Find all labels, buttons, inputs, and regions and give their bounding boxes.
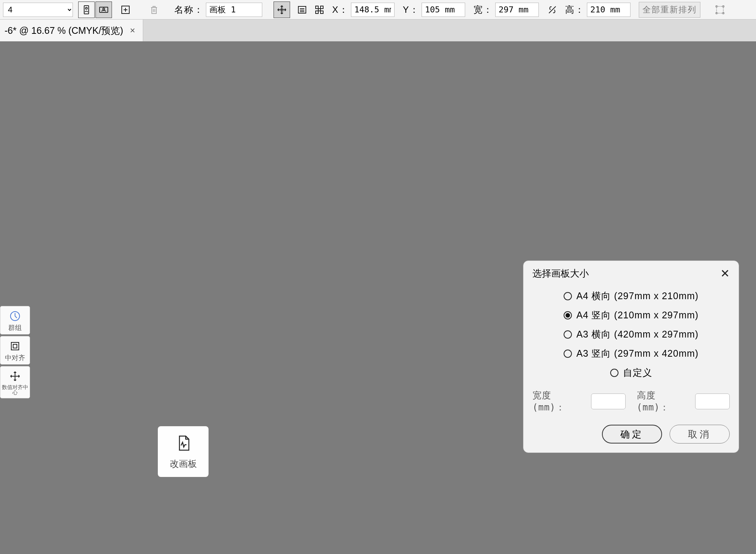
radio-icon xyxy=(610,369,618,377)
side-tool-group: 群组 中对齐 数值对齐中心 xyxy=(0,306,30,398)
move-artwork-icon xyxy=(277,5,287,15)
option-label: A3 横向 (420mm x 297mm) xyxy=(576,328,699,341)
y-label: Y： xyxy=(403,4,419,16)
artboard-size-dialog: 选择画板大小 ✕ A4 横向 (297mm x 210mm) A4 竖向 (21… xyxy=(523,260,739,453)
svg-rect-8 xyxy=(321,6,323,9)
trash-icon xyxy=(149,5,159,15)
artboard-options-button[interactable] xyxy=(294,2,310,18)
option-label: 自定义 xyxy=(623,366,652,379)
option-label: A4 横向 (297mm x 210mm) xyxy=(576,290,699,302)
svg-rect-5 xyxy=(280,8,284,12)
rearrange-all-button[interactable]: 全部重新排列 xyxy=(639,2,700,18)
document-tab[interactable]: -6* @ 16.67 % (CMYK/预览) × xyxy=(0,20,143,41)
move-icon xyxy=(9,370,21,382)
custom-width-input[interactable] xyxy=(591,394,626,409)
y-input[interactable] xyxy=(422,3,465,17)
name-label: 名称： xyxy=(174,4,204,16)
close-icon[interactable]: × xyxy=(130,25,135,36)
x-input[interactable] xyxy=(351,3,395,17)
option-a4-portrait[interactable]: A4 竖向 (210mm x 297mm) xyxy=(564,309,699,321)
document-tab-bar: -6* @ 16.67 % (CMYK/预览) × xyxy=(0,20,756,41)
align-center-button[interactable]: 中对齐 xyxy=(0,336,30,365)
list-icon xyxy=(297,5,307,15)
option-a4-landscape[interactable]: A4 横向 (297mm x 210mm) xyxy=(564,290,699,302)
plus-square-icon xyxy=(120,5,131,15)
numeric-align-center-label: 数值对齐中心 xyxy=(2,384,28,395)
move-with-content-button[interactable] xyxy=(274,2,290,18)
dialog-close-button[interactable]: ✕ xyxy=(720,267,730,280)
radio-icon xyxy=(564,311,572,319)
change-artboard-button[interactable]: 改画板 xyxy=(158,426,209,477)
height-label: 高： xyxy=(565,4,585,16)
dialog-title: 选择画板大小 xyxy=(532,267,589,280)
document-tab-title: -6* @ 16.67 % (CMYK/预览) xyxy=(5,24,123,37)
x-label: X： xyxy=(332,4,349,16)
svg-rect-12 xyxy=(717,6,723,13)
landscape-icon xyxy=(98,5,109,15)
custom-height-label: 高度 (mm)： xyxy=(637,389,684,413)
custom-width-label: 宽度 (mm)： xyxy=(532,389,580,413)
svg-rect-18 xyxy=(11,342,19,350)
custom-height-input[interactable] xyxy=(695,394,730,409)
link-wh-button[interactable] xyxy=(544,2,561,18)
align-center-icon xyxy=(9,340,21,352)
numeric-align-center-button[interactable]: 数值对齐中心 xyxy=(0,366,30,398)
width-label: 宽： xyxy=(473,4,493,16)
portrait-icon xyxy=(81,5,92,15)
svg-rect-11 xyxy=(318,9,321,11)
group-label: 群组 xyxy=(8,324,22,331)
options-bar: 4 名称： X： Y： 宽： 高： 全部重新排列 xyxy=(0,0,756,20)
group-button[interactable]: 群组 xyxy=(0,306,30,335)
radio-icon xyxy=(564,292,572,300)
grid-icon xyxy=(314,5,325,15)
orientation-portrait-button[interactable] xyxy=(78,2,95,18)
radio-icon xyxy=(564,330,572,339)
align-center-label: 中对齐 xyxy=(5,354,25,361)
delete-artboard-button[interactable] xyxy=(146,2,162,18)
group-icon xyxy=(9,310,21,322)
ok-button[interactable]: 确定 xyxy=(602,425,662,444)
svg-rect-10 xyxy=(321,11,323,14)
svg-rect-7 xyxy=(316,6,318,9)
cancel-button[interactable]: 取消 xyxy=(670,425,730,444)
document-pulse-icon xyxy=(174,434,193,453)
size-options: A4 横向 (297mm x 210mm) A4 竖向 (210mm x 297… xyxy=(532,290,730,379)
reference-point-icon xyxy=(715,5,725,15)
change-artboard-label: 改画板 xyxy=(170,458,197,470)
artboard-name-input[interactable] xyxy=(206,3,262,17)
svg-rect-19 xyxy=(13,344,17,348)
option-custom[interactable]: 自定义 xyxy=(610,366,652,379)
option-label: A3 竖向 (297mm x 420mm) xyxy=(576,347,699,360)
option-a3-landscape[interactable]: A3 横向 (420mm x 297mm) xyxy=(564,328,699,341)
option-a3-portrait[interactable]: A3 竖向 (297mm x 420mm) xyxy=(564,347,699,360)
svg-point-3 xyxy=(103,8,105,10)
width-input[interactable] xyxy=(495,3,539,17)
svg-rect-9 xyxy=(316,11,318,14)
reference-point-button[interactable] xyxy=(712,2,728,18)
preset-select[interactable]: 4 xyxy=(3,3,73,17)
unlink-icon xyxy=(547,5,558,15)
height-input[interactable] xyxy=(587,3,631,17)
grid-button[interactable] xyxy=(311,2,328,18)
svg-point-1 xyxy=(86,7,88,9)
radio-icon xyxy=(564,350,572,358)
option-label: A4 竖向 (210mm x 297mm) xyxy=(576,309,699,321)
orientation-landscape-button[interactable] xyxy=(95,2,112,18)
svg-rect-0 xyxy=(84,6,89,14)
new-artboard-button[interactable] xyxy=(117,2,134,18)
